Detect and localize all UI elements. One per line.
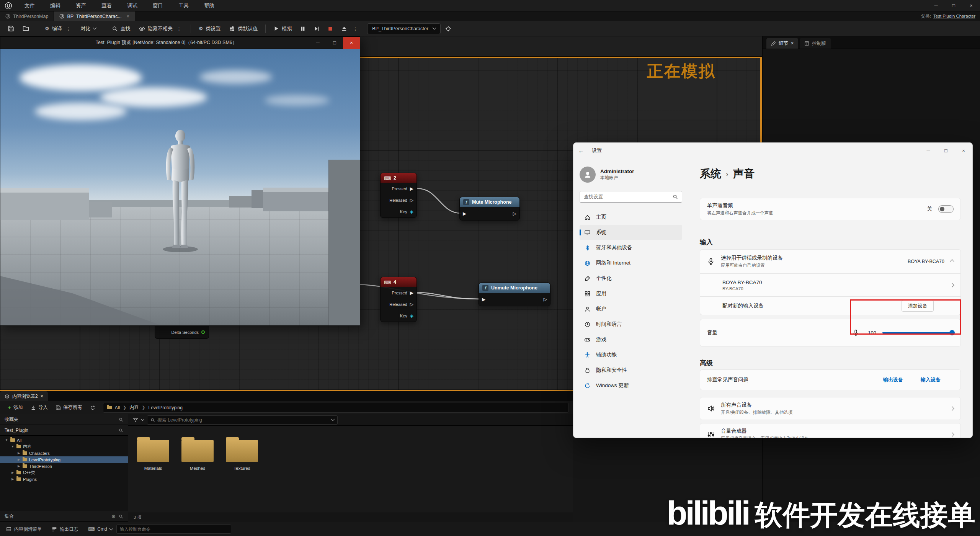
search-icon[interactable] xyxy=(119,428,123,433)
class-defaults-button[interactable]: 类默认值 xyxy=(225,23,261,35)
pair-device-row[interactable]: 配对新的输入设备 添加设备 xyxy=(700,297,961,315)
close-tab-icon[interactable]: × xyxy=(127,14,129,19)
nav-privacy[interactable]: 隐私和安全性 xyxy=(580,363,682,378)
settings-search-box[interactable] xyxy=(580,191,682,203)
nav-apps[interactable]: 应用 xyxy=(580,286,682,301)
mono-audio-toggle[interactable] xyxy=(938,205,954,213)
tab-bp-thirdpersoncharacter[interactable]: BP_ThirdPersonCharac... × xyxy=(54,11,135,21)
unmute-microphone-node[interactable]: fUnmute Microphone ▶▷ xyxy=(479,283,550,306)
frame-skip-button[interactable] xyxy=(310,23,323,35)
search-icon[interactable] xyxy=(119,514,123,519)
favorites-header[interactable]: 收藏夹 xyxy=(0,414,128,425)
filter-funnel-icon[interactable] xyxy=(133,417,138,423)
chevron-right-icon[interactable] xyxy=(950,432,954,436)
volume-slider[interactable] xyxy=(882,332,954,333)
pause-button[interactable] xyxy=(296,23,309,35)
console-input-box[interactable] xyxy=(116,525,231,534)
breadcrumb-content[interactable]: 内容 xyxy=(129,404,139,411)
maximize-icon[interactable]: □ xyxy=(945,0,962,11)
nav-accessibility[interactable]: 辅助功能 xyxy=(580,347,682,363)
menu-help[interactable]: 帮助 xyxy=(196,0,222,11)
input-devices-link[interactable]: 输入设备 xyxy=(921,376,941,383)
close-tab-icon[interactable]: × xyxy=(791,41,794,46)
exec-pin-icon[interactable]: ▶ xyxy=(410,291,413,295)
tree-item-plugins[interactable]: ▶Plugins xyxy=(0,476,128,482)
diff-button[interactable]: 对比 xyxy=(77,23,100,35)
input-device-selector-card[interactable]: 选择用于讲话或录制的设备 应用可能有自己的设置 BOYA BY-BCA70 xyxy=(700,249,961,274)
console-input[interactable] xyxy=(120,527,228,531)
chevron-down-icon[interactable] xyxy=(331,417,335,421)
minimize-icon[interactable]: ─ xyxy=(920,143,937,158)
asset-search-input[interactable] xyxy=(157,417,329,423)
expand-arrow-icon[interactable]: ▼ xyxy=(5,438,8,442)
minimize-icon[interactable]: ─ xyxy=(927,0,945,11)
debug-object-dropdown[interactable]: BP_ThirdPersonCharacter xyxy=(367,23,441,34)
expand-arrow-icon[interactable]: ▼ xyxy=(11,445,15,448)
exec-pin-icon[interactable]: ▷ xyxy=(410,198,413,203)
close-icon[interactable]: × xyxy=(955,143,972,158)
menu-debug[interactable]: 调试 xyxy=(119,0,145,11)
menu-window[interactable]: 窗口 xyxy=(145,0,171,11)
stop-button[interactable] xyxy=(324,23,337,35)
tab-details[interactable]: 细节 × xyxy=(766,38,798,49)
nav-windows-update[interactable]: Windows 更新 xyxy=(580,378,682,393)
collections-header[interactable]: 集合 ⊕ xyxy=(0,511,128,522)
add-button[interactable]: +添加 xyxy=(5,403,26,413)
folder-meshes[interactable]: Meshes xyxy=(178,437,217,471)
compile-options-icon[interactable]: ⋮ xyxy=(65,26,72,32)
all-sound-devices-card[interactable]: 所有声音设备 开启/关闭设备、排除故障、其他选项 xyxy=(700,397,961,420)
minimize-icon[interactable]: ─ xyxy=(309,37,326,49)
exec-pin-icon[interactable]: ▶ xyxy=(410,186,413,191)
volume-card[interactable]: 音量 100 xyxy=(700,319,961,346)
tab-palette[interactable]: 控制板 xyxy=(800,38,831,49)
breadcrumb-current[interactable]: LevelPrototyping xyxy=(149,405,183,410)
breadcrumb-root[interactable]: All xyxy=(115,405,120,410)
chevron-down-icon[interactable] xyxy=(141,417,145,421)
event-tick-node-fragment[interactable]: Delta Seconds xyxy=(155,326,209,339)
tab-thirdpersonmap[interactable]: ThirdPersonMap xyxy=(0,11,54,21)
nav-system[interactable]: 系统 xyxy=(580,225,682,240)
nav-gaming[interactable]: 游戏 xyxy=(580,332,682,347)
key-pin-icon[interactable]: ◈ xyxy=(410,209,413,214)
folder-textures[interactable]: Textures xyxy=(223,437,261,471)
exec-out-pin-icon[interactable]: ▷ xyxy=(544,297,547,302)
tree-item-cpp-classes[interactable]: ▶C++类 xyxy=(0,469,128,476)
asset-grid[interactable]: Materials Meshes Textures xyxy=(128,426,573,513)
expand-arrow-icon[interactable]: ▶ xyxy=(17,458,21,461)
compile-button[interactable]: ⚙ 编译 ⋮ xyxy=(41,23,76,35)
slider-thumb[interactable] xyxy=(949,330,955,335)
exec-pin-icon[interactable]: ▷ xyxy=(410,302,413,307)
maximize-icon[interactable]: □ xyxy=(326,37,343,49)
tree-item-all[interactable]: ▼All xyxy=(0,437,128,443)
menu-edit[interactable]: 编辑 xyxy=(42,0,68,11)
menu-asset[interactable]: 资产 xyxy=(68,0,94,11)
float-pin-icon[interactable] xyxy=(201,330,205,334)
tree-item-characters[interactable]: ▶Characters xyxy=(0,450,128,456)
project-header[interactable]: Test_Plugin xyxy=(0,425,128,436)
nav-accounts[interactable]: 帐户 xyxy=(580,301,682,317)
expand-arrow-icon[interactable]: ▶ xyxy=(11,471,15,474)
breadcrumb-root[interactable]: 系统 xyxy=(700,167,721,181)
cmd-dropdown[interactable]: ⌨ Cmd xyxy=(88,526,113,532)
content-drawer-button[interactable]: 内容侧滑菜单 xyxy=(6,526,42,533)
hide-unrelated-options-icon[interactable]: ⋮ xyxy=(175,26,183,32)
maximize-icon[interactable]: □ xyxy=(937,143,955,158)
tree-item-thirdperson[interactable]: ▶ThirdPerson xyxy=(0,463,128,469)
close-icon[interactable]: × xyxy=(962,0,980,11)
key-4-event-node[interactable]: ⌨4 Pressed▶ Released▷ Key◈ xyxy=(380,277,417,322)
class-settings-button[interactable]: ⚙ 类设置 xyxy=(195,23,225,35)
back-arrow-icon[interactable]: ← xyxy=(573,147,589,154)
tree-item-content[interactable]: ▼内容 xyxy=(0,443,128,450)
tree-item-levelprototyping[interactable]: ▶LevelPrototyping xyxy=(0,456,128,463)
volume-mixer-card[interactable]: 音量合成器 应用程序音量混合、应用程序输入和输出设备 xyxy=(700,423,961,438)
add-device-button[interactable]: 添加设备 xyxy=(902,300,934,312)
output-devices-link[interactable]: 输出设备 xyxy=(883,376,903,383)
history-back-button[interactable] xyxy=(87,403,98,413)
import-button[interactable]: 导入 xyxy=(28,403,51,413)
save-all-button[interactable]: 保存所有 xyxy=(52,403,85,413)
nav-network[interactable]: 网络和 Internet xyxy=(580,255,682,271)
nav-personalization[interactable]: 个性化 xyxy=(580,271,682,286)
menu-tools[interactable]: 工具 xyxy=(171,0,196,11)
find-button[interactable]: 查找 xyxy=(108,23,134,35)
menu-view[interactable]: 查看 xyxy=(94,0,119,11)
